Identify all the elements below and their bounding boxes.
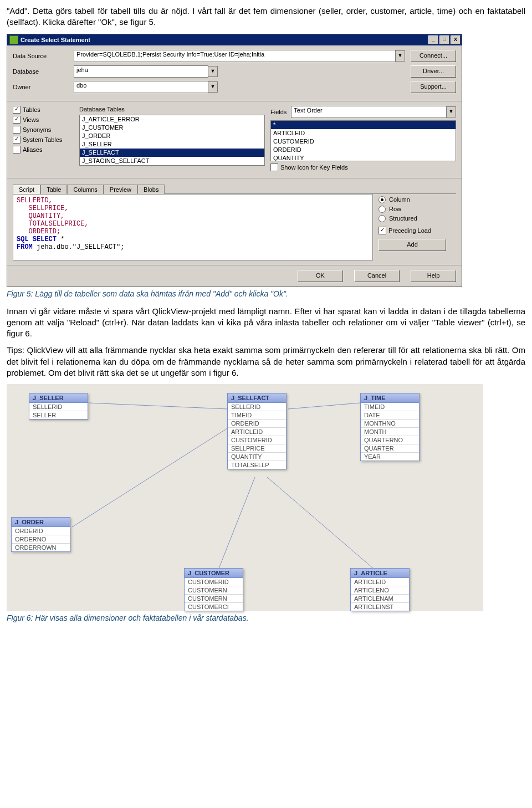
chevron-down-icon[interactable]: ▼ xyxy=(447,106,456,117)
connect-button[interactable]: Connect... xyxy=(411,50,456,62)
list-item[interactable]: J_CUSTOMER xyxy=(80,124,264,132)
paragraph-3: Tips: QlickView vill att alla främmande … xyxy=(7,345,525,379)
tab-blobs[interactable]: Blobs xyxy=(137,185,165,194)
list-item[interactable]: J_STAGING_SELLFACT xyxy=(80,157,264,165)
table-time[interactable]: J_TIME TIMEID DATE MONTHNO MONTH QUARTER… xyxy=(360,393,420,461)
dialog-titlebar: Create Select Statement _ □ X xyxy=(7,34,462,45)
support-button[interactable]: Support... xyxy=(411,81,456,93)
figure6-caption: Figur 6: Här visas alla dimensioner och … xyxy=(7,613,525,622)
create-select-dialog: Create Select Statement _ □ X Data Sourc… xyxy=(7,34,462,287)
dbtables-label: Database Tables xyxy=(79,106,265,112)
script-textarea[interactable]: SELLERID, SELLPRICE, QUANTITY, TOTALSELL… xyxy=(13,194,373,260)
help-button[interactable]: Help xyxy=(411,270,456,282)
list-item[interactable]: J_ORDER xyxy=(80,132,264,140)
chevron-down-icon[interactable]: ▼ xyxy=(208,81,218,93)
datasource-label: Data Source xyxy=(13,53,74,59)
tab-preview[interactable]: Preview xyxy=(104,185,137,194)
tab-table[interactable]: Table xyxy=(40,185,67,194)
table-seller[interactable]: J_SELLER SELLERID SELLER xyxy=(29,393,88,420)
check-aliases[interactable]: Aliases xyxy=(13,146,74,154)
check-preceding-load[interactable]: ✓Preceding Load xyxy=(378,227,456,234)
owner-field[interactable]: dbo xyxy=(74,81,208,93)
check-system-tables[interactable]: ✓System Tables xyxy=(13,136,74,144)
paragraph-2: Innan vi går vidare måste vi spara vårt … xyxy=(7,306,525,340)
datasource-field[interactable]: Provider=SQLOLEDB.1;Persist Security Inf… xyxy=(74,50,396,62)
check-show-icon[interactable]: Show Icon for Key Fields xyxy=(270,163,456,171)
database-label: Database xyxy=(13,68,74,75)
cancel-button[interactable]: Cancel xyxy=(354,270,400,282)
list-item[interactable]: J_SELLFACT xyxy=(80,149,264,157)
table-order[interactable]: J_ORDER ORDERID ORDERNO ORDERROWN xyxy=(11,517,70,552)
list-item[interactable]: I_TIME xyxy=(80,165,264,166)
check-synonyms[interactable]: Synonyms xyxy=(13,126,74,134)
tab-columns[interactable]: Columns xyxy=(67,185,103,194)
radio-column[interactable]: Column xyxy=(378,196,456,203)
radio-structured[interactable]: Structured xyxy=(378,215,456,222)
tables-listbox[interactable]: J_ARTICLE_ERROR J_CUSTOMER J_ORDER J_SEL… xyxy=(79,115,265,166)
maximize-icon[interactable]: □ xyxy=(439,35,449,44)
app-icon xyxy=(9,35,18,44)
svg-line-4 xyxy=(267,477,378,572)
minimize-icon[interactable]: _ xyxy=(428,35,438,44)
table-article[interactable]: J_ARTICLE ARTICLEID ARTICLENO ARTICLENAM… xyxy=(350,568,410,611)
list-item[interactable]: J_ARTICLE_ERROR xyxy=(80,115,264,124)
list-item[interactable]: J_SELLER xyxy=(80,140,264,149)
driver-button[interactable]: Driver... xyxy=(411,65,456,78)
check-tables[interactable]: ✓Tables xyxy=(13,106,74,114)
fields-listbox[interactable]: * ARTICLEID CUSTOMERID ORDERID QUANTITY xyxy=(270,120,456,161)
radio-row[interactable]: Row xyxy=(378,206,456,213)
table-sellfact[interactable]: J_SELLFACT SELLERID TIMEID ORDERID ARTIC… xyxy=(227,393,287,469)
list-item[interactable]: CUSTOMERID xyxy=(271,137,456,146)
paragraph-1: "Add". Detta görs tabell för tabell till… xyxy=(7,6,525,28)
fields-order-combo[interactable]: Text Order xyxy=(291,106,447,118)
tabstrip: Script Table Columns Preview Blobs xyxy=(13,184,456,194)
svg-line-3 xyxy=(217,477,255,572)
list-item[interactable]: ORDERID xyxy=(271,146,456,154)
ok-button[interactable]: OK xyxy=(298,270,343,282)
add-button[interactable]: Add xyxy=(378,239,446,251)
dialog-title: Create Select Statement xyxy=(21,37,90,43)
table-viewer-diagram: J_SELLER SELLERID SELLER J_SELLFACT SELL… xyxy=(7,384,483,611)
chevron-down-icon[interactable]: ▼ xyxy=(396,50,405,62)
figure5-caption: Figur 5: Lägg till de tabeller som data … xyxy=(7,289,525,298)
tab-script[interactable]: Script xyxy=(13,185,40,194)
list-item[interactable]: * xyxy=(271,121,456,129)
database-field[interactable]: jeha xyxy=(74,65,208,78)
list-item[interactable]: ARTICLEID xyxy=(271,129,456,137)
chevron-down-icon[interactable]: ▼ xyxy=(208,66,218,77)
svg-line-0 xyxy=(89,403,227,409)
fields-label: Fields xyxy=(270,109,287,115)
svg-line-1 xyxy=(288,403,360,409)
table-customer[interactable]: J_CUSTOMER CUSTOMERID CUSTOMERN CUSTOMER… xyxy=(184,568,243,611)
close-icon[interactable]: X xyxy=(451,35,461,44)
check-views[interactable]: ✓Views xyxy=(13,116,74,124)
svg-line-2 xyxy=(72,428,227,527)
owner-label: Owner xyxy=(13,84,74,90)
list-item[interactable]: QUANTITY xyxy=(271,154,456,161)
